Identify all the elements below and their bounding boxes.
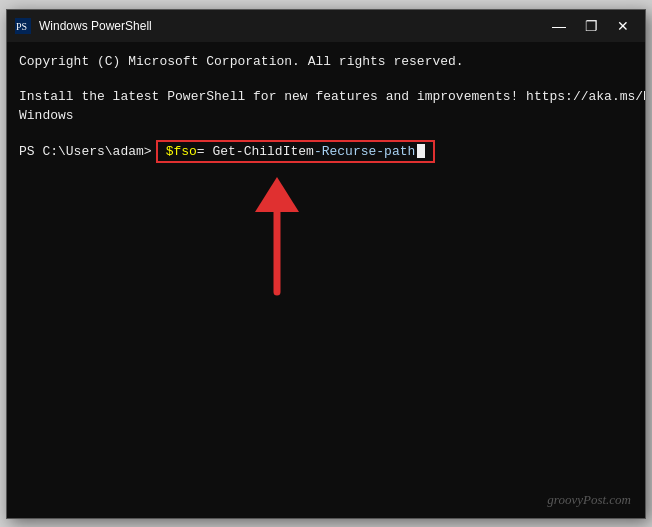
window-controls: — ❐ ✕ (545, 15, 637, 37)
blank-line-1 (19, 71, 633, 87)
watermark: groovyPost.com (547, 492, 631, 508)
cursor-block (417, 144, 425, 158)
terminal-body[interactable]: Copyright (C) Microsoft Corporation. All… (7, 42, 645, 518)
cmd-middle: = Get-ChildItem (197, 144, 314, 159)
windows-line: Windows (19, 106, 633, 126)
title-bar: PS Windows PowerShell — ❐ ✕ (7, 10, 645, 42)
command-box: $fso = Get-ChildItem -Recurse -path (156, 140, 436, 163)
cmd-param1: -Recurse (314, 144, 376, 159)
copyright-line: Copyright (C) Microsoft Corporation. All… (19, 52, 633, 72)
title-bar-left: PS Windows PowerShell (15, 18, 152, 34)
svg-text:PS: PS (16, 21, 27, 32)
install-line: Install the latest PowerShell for new fe… (19, 87, 633, 107)
maximize-button[interactable]: ❐ (577, 15, 605, 37)
cmd-param2: -path (376, 144, 415, 159)
powershell-icon: PS (15, 18, 31, 34)
arrow-annotation (237, 172, 317, 302)
close-button[interactable]: ✕ (609, 15, 637, 37)
minimize-button[interactable]: — (545, 15, 573, 37)
window-title: Windows PowerShell (39, 19, 152, 33)
svg-marker-3 (255, 177, 299, 212)
cmd-variable: $fso (166, 144, 197, 159)
powershell-window: PS Windows PowerShell — ❐ ✕ Copyright (C… (6, 9, 646, 519)
prompt-text: PS C:\Users\adam> (19, 144, 152, 159)
prompt-line: PS C:\Users\adam> $fso = Get-ChildItem -… (19, 140, 633, 163)
arrow-svg (237, 172, 317, 302)
